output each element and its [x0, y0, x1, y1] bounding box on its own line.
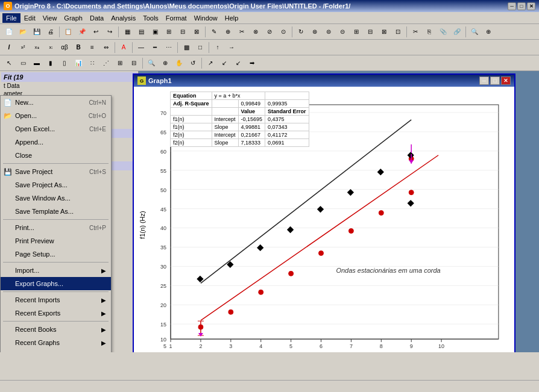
- menu-export-graphs[interactable]: Export Graphs...: [1, 277, 111, 290]
- menu-append[interactable]: Append...: [1, 135, 111, 149]
- line-btn[interactable]: ⋰: [99, 57, 113, 69]
- tb3-6[interactable]: ⊠: [190, 26, 203, 38]
- rect4-btn[interactable]: ▯: [58, 57, 71, 69]
- tb3-2[interactable]: ▤: [134, 26, 148, 38]
- align-arrows[interactable]: ⇔: [99, 42, 113, 54]
- tb5-2[interactable]: ⊛: [308, 26, 321, 38]
- tb5-6[interactable]: ⊟: [364, 26, 377, 38]
- menu-save-project[interactable]: 💾 Save Project Ctrl+S: [1, 165, 111, 178]
- rect3-btn[interactable]: ▮: [44, 57, 57, 69]
- arrow2-btn[interactable]: ↗: [204, 57, 217, 69]
- menu-help[interactable]: Help: [221, 13, 242, 23]
- copy-btn[interactable]: 📋: [61, 26, 75, 38]
- line-style-1[interactable]: —: [134, 42, 148, 54]
- menu-tools[interactable]: Tools: [139, 13, 162, 23]
- bold-btn[interactable]: B: [72, 42, 85, 54]
- maximize-button[interactable]: □: [517, 2, 526, 10]
- paste2-btn[interactable]: 📎: [437, 26, 450, 38]
- tb5-8[interactable]: ⊡: [391, 26, 405, 38]
- menu-open-excel[interactable]: Open Excel... Ctrl+E: [1, 122, 111, 135]
- menu-recent-graphs[interactable]: Recent Graphs ▶: [1, 336, 111, 349]
- menu-window[interactable]: Window: [191, 13, 221, 23]
- copy2-btn[interactable]: ⎘: [423, 26, 436, 38]
- menu-print-preview[interactable]: Print Preview: [1, 234, 111, 247]
- rect2-btn[interactable]: ▬: [30, 57, 43, 69]
- new-btn[interactable]: 📄: [2, 26, 16, 38]
- sub-btn[interactable]: x₂: [30, 42, 43, 54]
- menu-open[interactable]: 📂 Open... Ctrl+O: [1, 109, 111, 122]
- scatter-btn[interactable]: ∷: [86, 57, 99, 69]
- graph-minimize[interactable]: ─: [479, 76, 489, 85]
- multi-btn[interactable]: ⊞: [113, 57, 127, 69]
- arrow4-btn[interactable]: ↙: [232, 57, 245, 69]
- arrow-right[interactable]: →: [225, 42, 238, 54]
- tb4-5[interactable]: ⊘: [263, 26, 276, 38]
- menu-view[interactable]: View: [39, 13, 61, 23]
- line-style-3[interactable]: ⋯: [162, 42, 175, 54]
- align-left[interactable]: ≡: [86, 42, 99, 54]
- menu-print[interactable]: Print... Ctrl+P: [1, 221, 111, 234]
- minimize-button[interactable]: ─: [508, 2, 516, 10]
- fill-btn[interactable]: ▩: [180, 42, 193, 54]
- menu-import[interactable]: Import... ▶: [1, 264, 111, 277]
- menu-save-project-as[interactable]: Save Project As...: [1, 178, 111, 191]
- tb5-4[interactable]: ⊝: [336, 26, 349, 38]
- graph-close[interactable]: ✕: [501, 76, 511, 85]
- cut-btn[interactable]: ✂: [409, 26, 422, 38]
- save-btn[interactable]: 💾: [30, 26, 43, 38]
- tb3-4[interactable]: ⊞: [162, 26, 175, 38]
- arrow-up[interactable]: ↑: [211, 42, 224, 54]
- grid-btn[interactable]: ⊟: [127, 57, 140, 69]
- tb4-6[interactable]: ⊙: [277, 26, 290, 38]
- menu-recent-books[interactable]: Recent Books ▶: [1, 323, 111, 336]
- undo-btn[interactable]: ↩: [89, 26, 102, 38]
- tb3-3[interactable]: ▣: [148, 26, 162, 38]
- paste-btn[interactable]: 📌: [75, 26, 89, 38]
- tb5-1[interactable]: ↻: [294, 26, 307, 38]
- border-btn[interactable]: □: [194, 42, 207, 54]
- menu-recent-imports[interactable]: Recent Imports ▶: [1, 293, 111, 306]
- menu-file[interactable]: File: [2, 13, 20, 23]
- font-color-btn[interactable]: A: [117, 42, 130, 54]
- menu-format[interactable]: Format: [162, 13, 191, 23]
- menu-edit[interactable]: Edit: [20, 13, 39, 23]
- tb4-1[interactable]: ✎: [207, 26, 221, 38]
- tb4-3[interactable]: ✂: [235, 26, 248, 38]
- italic-btn[interactable]: I: [2, 42, 16, 54]
- menu-page-setup[interactable]: Page Setup...: [1, 247, 111, 261]
- menu-recent-projects[interactable]: Recent Projects ▶: [1, 349, 111, 352]
- print-btn[interactable]: 🖨: [44, 26, 57, 38]
- link-btn[interactable]: 🔗: [450, 26, 464, 38]
- rotate-btn[interactable]: ↺: [186, 57, 200, 69]
- redo-btn[interactable]: ↪: [103, 26, 116, 38]
- pan-btn[interactable]: ✋: [172, 57, 186, 69]
- rect-btn[interactable]: ▭: [16, 57, 30, 69]
- menu-recent-exports[interactable]: Recent Exports ▶: [1, 306, 111, 320]
- menu-analysis[interactable]: Analysis: [107, 13, 139, 23]
- symbol-btn[interactable]: xᵢ: [44, 42, 57, 54]
- hist-btn[interactable]: 📊: [72, 57, 85, 69]
- arrow3-btn[interactable]: ↙: [218, 57, 231, 69]
- menu-data[interactable]: Data: [86, 13, 107, 23]
- tb3-1[interactable]: ▦: [121, 26, 134, 38]
- alpha-btn[interactable]: αβ: [58, 42, 71, 54]
- tb5-5[interactable]: ⊞: [350, 26, 363, 38]
- open-btn[interactable]: 📂: [16, 26, 30, 38]
- zoom4-btn[interactable]: ⊕: [159, 57, 172, 69]
- zoom2-btn[interactable]: ⊕: [482, 26, 495, 38]
- super-btn[interactable]: x²: [16, 42, 30, 54]
- tb3-5[interactable]: ⊟: [176, 26, 189, 38]
- arrow5-btn[interactable]: ➡: [245, 57, 259, 69]
- menu-save-window-as[interactable]: Save Window As...: [1, 191, 111, 205]
- menu-save-template-as[interactable]: Save Template As...: [1, 205, 111, 218]
- line-style-2[interactable]: ━: [148, 42, 162, 54]
- zoom-btn[interactable]: 🔍: [468, 26, 481, 38]
- graph-maximize[interactable]: □: [490, 76, 500, 85]
- menu-new[interactable]: 📄 New... Ctrl+N: [1, 96, 111, 109]
- zoom3-btn[interactable]: 🔍: [145, 57, 158, 69]
- tb4-4[interactable]: ⊗: [249, 26, 262, 38]
- tb5-7[interactable]: ⊠: [377, 26, 391, 38]
- tb4-2[interactable]: ⊕: [221, 26, 235, 38]
- menu-close[interactable]: Close: [1, 149, 111, 162]
- menu-graph[interactable]: Graph: [60, 13, 86, 23]
